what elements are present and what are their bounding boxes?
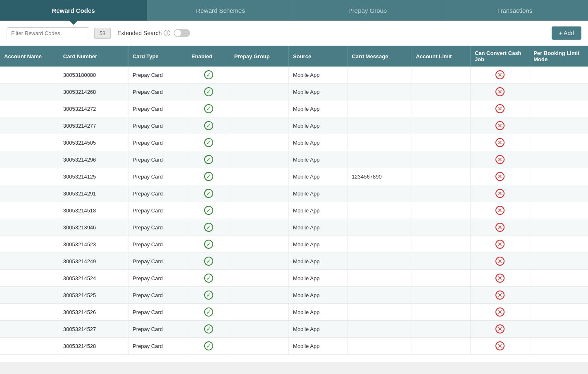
cell-convert: ✕: [470, 270, 529, 287]
table-row[interactable]: 30053214527 Prepay Card ✓ Mobile App ✕: [0, 321, 588, 338]
cell-account: [0, 117, 59, 134]
table-row[interactable]: 30053214249 Prepay Card ✓ Mobile App ✕: [0, 253, 588, 270]
cell-account: [0, 168, 59, 185]
cell-prepay: [230, 304, 288, 321]
cell-enabled: ✓: [187, 219, 230, 236]
table-row[interactable]: 30053214518 Prepay Card ✓ Mobile App ✕: [0, 202, 588, 219]
cell-enabled: ✓: [187, 287, 230, 304]
table-row[interactable]: 30053214505 Prepay Card ✓ Mobile App ✕: [0, 134, 588, 151]
add-button[interactable]: + Add: [552, 26, 581, 40]
cell-cardnum: 30053214518: [59, 202, 128, 219]
cell-cardnum: 30053214249: [59, 253, 128, 270]
info-icon: i: [164, 30, 170, 36]
reward-codes-table: Account Name Card Number Card Type Enabl…: [0, 46, 588, 355]
extended-search-toggle[interactable]: [174, 29, 190, 37]
cell-prepay: [230, 83, 288, 100]
cell-enabled: ✓: [187, 236, 230, 253]
cell-cardtype: Prepay Card: [128, 185, 187, 202]
table-row[interactable]: 30053214524 Prepay Card ✓ Mobile App ✕: [0, 270, 588, 287]
convert-x-icon: ✕: [495, 341, 505, 350]
cell-message: [348, 134, 412, 151]
cell-prepay: [230, 202, 288, 219]
table-row[interactable]: 30053214268 Prepay Card ✓ Mobile App ✕: [0, 83, 588, 100]
cell-source: Mobile App: [289, 202, 348, 219]
table-row[interactable]: 30053214125 Prepay Card ✓ Mobile App 123…: [0, 168, 588, 185]
cell-booking: [529, 253, 588, 270]
cell-acctlimit: [412, 185, 470, 202]
cell-prepay: [230, 270, 288, 287]
cell-cardnum: 30053214505: [59, 134, 128, 151]
cell-convert: ✕: [470, 304, 529, 321]
table-row[interactable]: 30053214296 Prepay Card ✓ Mobile App ✕: [0, 151, 588, 168]
cell-source: Mobile App: [289, 67, 348, 83]
tab-reward-schemes[interactable]: Reward Schemes: [147, 0, 294, 21]
tab-reward-codes[interactable]: Reward Codes: [0, 0, 147, 21]
cell-source: Mobile App: [289, 287, 348, 304]
cell-cardnum: 30053214268: [59, 83, 128, 100]
cell-message: [348, 270, 412, 287]
cell-message: [348, 219, 412, 236]
convert-x-icon: ✕: [495, 324, 505, 334]
col-header-message: Card Message: [348, 46, 412, 67]
cell-convert: ✕: [470, 134, 529, 151]
cell-convert: ✕: [470, 202, 529, 219]
table-container: Account Name Card Number Card Type Enabl…: [0, 46, 588, 362]
cell-convert: ✕: [470, 287, 529, 304]
cell-account: [0, 83, 59, 100]
table-row[interactable]: 30053214523 Prepay Card ✓ Mobile App ✕: [0, 236, 588, 253]
cell-acctlimit: [412, 253, 470, 270]
cell-cardtype: Prepay Card: [128, 151, 187, 168]
cell-message: [348, 151, 412, 168]
table-row[interactable]: 30053180080 Prepay Card ✓ Mobile App ✕: [0, 67, 588, 83]
tab-bar: Reward Codes Reward Schemes Prepay Group…: [0, 0, 588, 21]
cell-source: Mobile App: [289, 134, 348, 151]
cell-account: [0, 338, 59, 355]
cell-prepay: [230, 151, 288, 168]
cell-cardtype: Prepay Card: [128, 67, 187, 83]
enabled-check-icon: ✓: [204, 87, 213, 96]
convert-x-icon: ✕: [495, 138, 505, 147]
cell-message: [348, 236, 412, 253]
cell-cardtype: Prepay Card: [128, 321, 187, 338]
table-row[interactable]: 30053214277 Prepay Card ✓ Mobile App ✕: [0, 117, 588, 134]
enabled-check-icon: ✓: [204, 307, 213, 317]
tab-prepay-group[interactable]: Prepay Group: [294, 0, 441, 21]
cell-account: [0, 202, 59, 219]
table-row[interactable]: 30053214528 Prepay Card ✓ Mobile App ✕: [0, 338, 588, 355]
convert-x-icon: ✕: [495, 257, 505, 266]
cell-cardtype: Prepay Card: [128, 168, 187, 185]
cell-enabled: ✓: [187, 100, 230, 117]
cell-enabled: ✓: [187, 67, 230, 83]
cell-convert: ✕: [470, 253, 529, 270]
cell-message: 1234567890: [348, 168, 412, 185]
cell-cardtype: Prepay Card: [128, 83, 187, 100]
cell-cardnum: 30053214527: [59, 321, 128, 338]
cell-acctlimit: [412, 270, 470, 287]
table-row[interactable]: 30053213946 Prepay Card ✓ Mobile App ✕: [0, 219, 588, 236]
cell-booking: [529, 151, 588, 168]
cell-message: [348, 253, 412, 270]
col-header-booking: Per Booking Limit Mode: [529, 46, 588, 67]
cell-prepay: [230, 236, 288, 253]
tab-transactions[interactable]: Transactions: [441, 0, 588, 21]
cell-prepay: [230, 134, 288, 151]
cell-account: [0, 100, 59, 117]
table-row[interactable]: 30053214526 Prepay Card ✓ Mobile App ✕: [0, 304, 588, 321]
cell-booking: [529, 219, 588, 236]
cell-source: Mobile App: [289, 117, 348, 134]
cell-booking: [529, 100, 588, 117]
cell-enabled: ✓: [187, 83, 230, 100]
cell-prepay: [230, 219, 288, 236]
table-row[interactable]: 30053214272 Prepay Card ✓ Mobile App ✕: [0, 100, 588, 117]
cell-cardtype: Prepay Card: [128, 236, 187, 253]
enabled-check-icon: ✓: [204, 172, 213, 181]
cell-cardnum: 30053214291: [59, 185, 128, 202]
cell-enabled: ✓: [187, 321, 230, 338]
cell-convert: ✕: [470, 338, 529, 355]
enabled-check-icon: ✓: [204, 341, 213, 350]
cell-cardnum: 30053214525: [59, 287, 128, 304]
table-row[interactable]: 30053214525 Prepay Card ✓ Mobile App ✕: [0, 287, 588, 304]
cell-source: Mobile App: [289, 83, 348, 100]
table-row[interactable]: 30053214291 Prepay Card ✓ Mobile App ✕: [0, 185, 588, 202]
filter-input[interactable]: [7, 27, 89, 39]
